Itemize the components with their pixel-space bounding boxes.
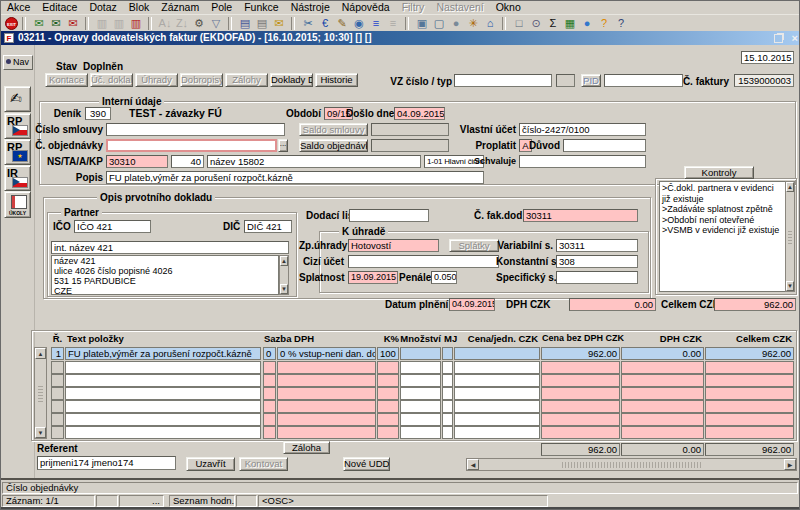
ns-field[interactable]: 30310 — [106, 155, 168, 168]
cell-code[interactable] — [263, 400, 276, 413]
cell-sazba[interactable]: 0 % vstup-neni dan. doklad - — [277, 347, 376, 360]
cell-sazba[interactable] — [277, 413, 376, 426]
cell-text[interactable]: FU plateb,výměr za porušení rozpočt.kázn… — [65, 347, 261, 360]
cell-text[interactable] — [65, 387, 261, 400]
cfakdod-field[interactable]: 30311 — [523, 209, 638, 222]
cizi-ucet-input[interactable] — [348, 255, 499, 268]
table-row-selected[interactable]: 1FU plateb,výměr za porušení rozpočt.káz… — [51, 347, 795, 360]
cell-num[interactable] — [51, 374, 64, 387]
cell-mnoz[interactable] — [400, 361, 441, 374]
scroll-left-icon[interactable]: ◀ — [467, 459, 479, 470]
cell-text[interactable] — [65, 361, 261, 374]
help-icon[interactable]: ? — [613, 16, 629, 31]
folder-save-icon[interactable]: ▥ — [111, 16, 127, 31]
cell-mnoz[interactable] — [400, 374, 441, 387]
kontroly-button[interactable]: Kontroly — [684, 166, 754, 179]
cell-code[interactable] — [263, 426, 276, 439]
cell-mnoz[interactable] — [400, 400, 441, 413]
tab-button-kontace[interactable]: Kontace — [45, 73, 88, 87]
cell-cbez[interactable] — [541, 413, 620, 426]
tab-button-uhrady[interactable]: Úhrady — [135, 73, 178, 87]
menu-item-zaznam[interactable]: Záznam — [155, 1, 205, 14]
cell-mj[interactable] — [442, 347, 453, 360]
restore-icon[interactable] — [774, 34, 783, 43]
cell-sazba[interactable] — [277, 387, 376, 400]
tab-button-doklady-dph[interactable]: Doklady DPH — [270, 73, 313, 87]
sign-button[interactable]: ✍ — [4, 86, 31, 112]
menu-item-editace[interactable]: Editace — [36, 1, 83, 14]
cell-cbez[interactable]: 962.00 — [541, 347, 620, 360]
cell-num[interactable]: 1 — [51, 347, 64, 360]
cell-mnoz[interactable] — [400, 347, 441, 360]
ns-code-field[interactable]: 40 — [171, 155, 204, 168]
cell-celk[interactable] — [705, 400, 794, 413]
cell-cjedn[interactable] — [454, 374, 540, 387]
close-icon[interactable]: × — [792, 31, 798, 45]
vz-typ-input[interactable] — [556, 74, 575, 87]
web-icon[interactable]: ● — [579, 16, 595, 31]
dph-czk-field[interactable]: 0.00 — [569, 298, 656, 311]
nav-toggle[interactable]: Nav — [3, 55, 33, 70]
cell-celk[interactable] — [705, 387, 794, 400]
zpuhrady-field[interactable]: Hotovostí — [348, 239, 439, 252]
kontroly-scrollbar[interactable]: ▲ ▼ — [785, 181, 795, 292]
cell-sazba[interactable] — [277, 426, 376, 439]
menu-item-napoveda[interactable]: Nápověda — [336, 1, 396, 14]
schvaluje-input[interactable] — [519, 155, 646, 168]
cell-cjedn[interactable] — [454, 361, 540, 374]
document-check-icon[interactable]: ▢ — [431, 16, 447, 31]
folder-open-icon[interactable]: ▥ — [94, 16, 110, 31]
menu-item-pole[interactable]: Pole — [205, 1, 238, 14]
menu-item-okno[interactable]: Okno — [490, 1, 527, 14]
cell-cjedn[interactable] — [454, 347, 540, 360]
cell-cjedn[interactable] — [454, 400, 540, 413]
saldo-smlouvy-button[interactable]: Saldo smlouvy — [299, 123, 368, 136]
duvod-input[interactable] — [563, 139, 646, 152]
scroll-down-icon[interactable]: ▼ — [280, 284, 288, 294]
cell-dph[interactable] — [621, 361, 704, 374]
cell-k[interactable] — [377, 400, 399, 413]
save-record-icon[interactable]: ✉ — [48, 16, 64, 31]
cell-code[interactable]: 0 — [263, 347, 276, 360]
horizontal-scrollbar[interactable]: ◀ ▶ — [466, 458, 797, 471]
scroll-thumb[interactable] — [788, 230, 792, 244]
cell-celk[interactable] — [705, 426, 794, 439]
wrench-icon[interactable]: ⚙ — [191, 16, 207, 31]
cell-sazba[interactable] — [277, 361, 376, 374]
cfaktury-field[interactable]: 1539000003 — [734, 74, 794, 87]
cell-cbez[interactable] — [541, 387, 620, 400]
cell-dph[interactable] — [621, 387, 704, 400]
pid-button[interactable]: PID — [581, 74, 601, 87]
konstantni-field[interactable]: 308 — [556, 255, 638, 268]
zaloha-button[interactable]: Záloha — [283, 441, 330, 454]
cell-code[interactable] — [263, 361, 276, 374]
cell-dph[interactable]: 0.00 — [621, 347, 704, 360]
cell-text[interactable] — [65, 413, 261, 426]
menu-item-dotaz[interactable]: Dotaz — [83, 1, 122, 14]
help-context-icon[interactable]: ? — [596, 16, 612, 31]
partner-int-nazev-field[interactable]: int. název 421 — [51, 241, 289, 254]
specificky-input[interactable] — [556, 271, 638, 284]
cell-mj[interactable] — [442, 374, 453, 387]
ukoly-button[interactable]: ÚKOLY — [4, 191, 31, 218]
current-date-field[interactable]: 15.10.2015 — [741, 51, 794, 64]
ico-field[interactable]: IČO 421 — [74, 220, 151, 233]
splatnost-field[interactable]: 19.09.2015 — [348, 271, 398, 284]
list-summary-icon[interactable]: ≡ — [385, 16, 401, 31]
cell-cbez[interactable] — [541, 361, 620, 374]
dic-field[interactable]: DIČ 421 — [244, 220, 292, 233]
cislo-smlouvy-input[interactable] — [106, 123, 285, 136]
scroll-down-icon[interactable]: ▼ — [786, 281, 794, 291]
tab-button-uc-doklad[interactable]: Úč. doklad — [90, 73, 133, 87]
cell-k[interactable] — [377, 426, 399, 439]
cell-num[interactable] — [51, 400, 64, 413]
cell-code[interactable] — [263, 374, 276, 387]
cell-celk[interactable] — [705, 361, 794, 374]
table-row-empty[interactable] — [51, 361, 795, 374]
cell-celk[interactable] — [705, 374, 794, 387]
cell-mj[interactable] — [442, 413, 453, 426]
cell-k[interactable] — [377, 374, 399, 387]
filter-icon[interactable]: ▽ — [208, 16, 224, 31]
sum-icon[interactable]: Σ — [545, 16, 561, 31]
print-preview-icon[interactable]: ▤ — [254, 16, 270, 31]
